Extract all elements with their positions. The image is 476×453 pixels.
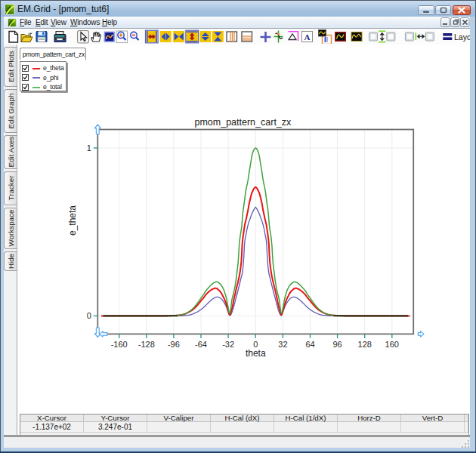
svg-text:1: 1	[87, 143, 91, 153]
svg-text:A: A	[304, 32, 311, 42]
svg-text:Layout: Layout	[454, 32, 470, 42]
svg-text:0: 0	[87, 311, 91, 320]
svg-text:128: 128	[358, 340, 372, 349]
svg-text:160: 160	[385, 340, 399, 349]
svg-text:theta: theta	[246, 348, 266, 359]
svg-text:pmom_pattern_cart_zx: pmom_pattern_cart_zx	[194, 117, 292, 128]
svg-text:-128: -128	[138, 340, 155, 349]
svg-text:e_theta: e_theta	[67, 205, 78, 236]
svg-text:-96: -96	[168, 340, 180, 349]
svg-text:-160: -160	[111, 340, 128, 349]
svg-text:96: 96	[332, 340, 342, 349]
svg-text:-32: -32	[222, 340, 234, 349]
svg-text:32: 32	[278, 340, 287, 349]
svg-text:64: 64	[305, 340, 314, 349]
svg-text:-64: -64	[195, 340, 207, 349]
